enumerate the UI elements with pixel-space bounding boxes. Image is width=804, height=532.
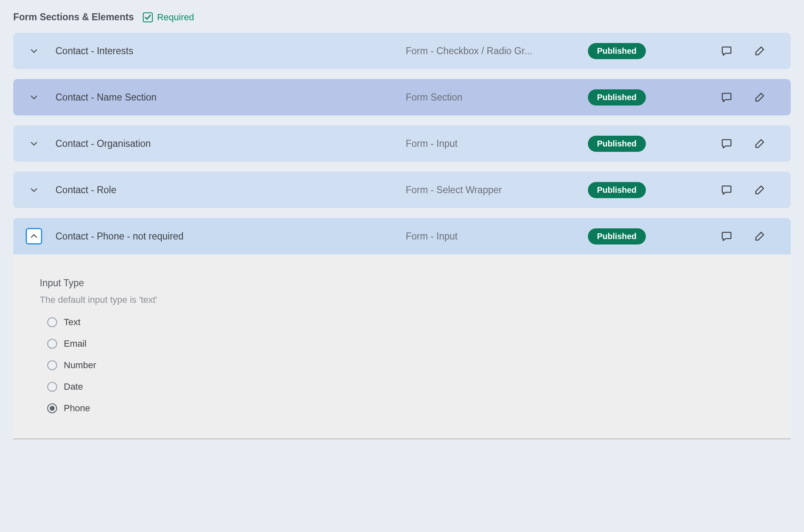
- list-row[interactable]: Contact - InterestsForm - Checkbox / Rad…: [13, 33, 791, 69]
- section-title: Form Sections & Elements: [13, 12, 134, 23]
- row-title: Contact - Interests: [55, 46, 397, 57]
- chevron-down-icon: [29, 185, 39, 194]
- comment-button[interactable]: [720, 230, 733, 242]
- row-title: Contact - Name Section: [55, 92, 397, 103]
- radio-option[interactable]: Number: [47, 360, 764, 371]
- edit-icon: [754, 91, 765, 103]
- edit-button[interactable]: [753, 230, 766, 242]
- comment-button[interactable]: [720, 91, 733, 103]
- row-type: Form - Checkbox / Radio Gr...: [406, 46, 580, 57]
- status-badge: Published: [588, 136, 646, 152]
- chevron-down-icon: [29, 139, 39, 148]
- status-badge: Published: [588, 43, 646, 59]
- expand-toggle[interactable]: [26, 135, 42, 152]
- edit-button[interactable]: [753, 45, 766, 57]
- row-title: Contact - Phone - not required: [55, 231, 397, 242]
- row-type: Form Section: [406, 92, 580, 103]
- comment-icon: [721, 184, 732, 196]
- expand-toggle[interactable]: [26, 228, 42, 244]
- comment-icon: [721, 230, 732, 242]
- comment-icon: [721, 45, 732, 57]
- comment-icon: [721, 91, 732, 103]
- row-title: Contact - Organisation: [55, 138, 397, 149]
- status-badge: Published: [588, 89, 646, 105]
- radio-label: Text: [64, 317, 80, 328]
- edit-icon: [754, 45, 765, 57]
- expand-toggle[interactable]: [26, 182, 42, 198]
- required-label: Required: [157, 12, 194, 23]
- edit-icon: [754, 184, 765, 196]
- required-indicator: Required: [143, 12, 194, 23]
- list-row[interactable]: Contact - Phone - not requiredForm - Inp…: [13, 218, 791, 254]
- comment-button[interactable]: [720, 184, 733, 196]
- section-header: Form Sections & Elements Required: [0, 8, 804, 33]
- edit-button[interactable]: [753, 184, 766, 196]
- radio-option[interactable]: Email: [47, 338, 764, 349]
- radio-icon: [47, 317, 57, 327]
- radio-option[interactable]: Phone: [47, 403, 764, 414]
- edit-button[interactable]: [753, 137, 766, 150]
- edit-icon: [754, 230, 765, 242]
- radio-icon: [47, 360, 57, 370]
- panel-title: Input Type: [40, 278, 764, 289]
- expand-toggle[interactable]: [26, 43, 42, 59]
- radio-label: Phone: [64, 403, 90, 414]
- row-type: Form - Input: [406, 231, 580, 242]
- radio-option[interactable]: Text: [47, 317, 764, 328]
- status-badge: Published: [588, 228, 646, 244]
- row-type: Form - Input: [406, 138, 580, 149]
- row-title: Contact - Role: [55, 185, 397, 196]
- chevron-down-icon: [29, 93, 39, 102]
- comment-button[interactable]: [720, 137, 733, 150]
- radio-icon: [47, 339, 57, 349]
- radio-label: Email: [64, 338, 87, 349]
- radio-icon: [47, 403, 57, 413]
- list-row[interactable]: Contact - RoleForm - Select WrapperPubli…: [13, 172, 791, 208]
- input-type-panel: Input Type The default input type is 'te…: [13, 254, 791, 439]
- radio-label: Date: [64, 381, 83, 392]
- chevron-up-icon: [29, 232, 39, 241]
- input-type-radio-group: TextEmailNumberDatePhone: [40, 317, 764, 414]
- list-row[interactable]: Contact - OrganisationForm - InputPublis…: [13, 125, 791, 162]
- row-type: Form - Select Wrapper: [406, 185, 580, 196]
- radio-option[interactable]: Date: [47, 381, 764, 392]
- chevron-down-icon: [29, 46, 39, 55]
- status-badge: Published: [588, 182, 646, 198]
- list-row[interactable]: Contact - Name SectionForm SectionPublis…: [13, 79, 791, 115]
- comment-button[interactable]: [720, 45, 733, 57]
- edit-icon: [754, 138, 765, 149]
- comment-icon: [721, 138, 732, 149]
- expand-toggle[interactable]: [26, 89, 42, 105]
- edit-button[interactable]: [753, 91, 766, 103]
- panel-description: The default input type is 'text': [40, 295, 764, 305]
- radio-icon: [47, 382, 57, 392]
- checkbox-checked-icon: [143, 12, 153, 22]
- rows-container: Contact - InterestsForm - Checkbox / Rad…: [0, 33, 804, 254]
- radio-label: Number: [64, 360, 96, 371]
